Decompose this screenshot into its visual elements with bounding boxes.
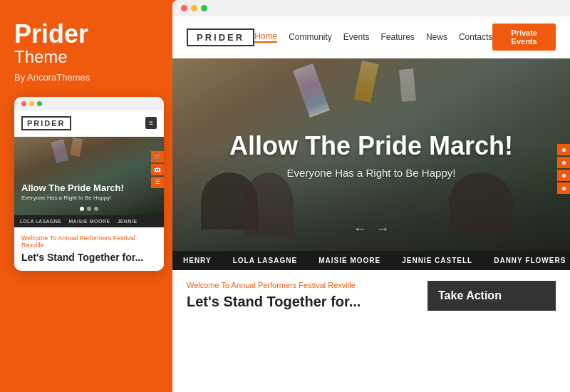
- sidebar-tab-2[interactable]: [557, 157, 570, 168]
- mobile-calendar-icon[interactable]: 📅: [151, 164, 164, 175]
- mobile-hero-overlay: [14, 137, 164, 215]
- slide-dot-2: [87, 207, 91, 211]
- bottom-right-content: Take Action: [428, 281, 556, 311]
- mobile-logo: PRIDER: [21, 116, 71, 130]
- desktop-hero-title: Allow The Pride March!: [212, 131, 530, 161]
- mobile-mockup: PRIDER ≡ Allow The Pride March! Everyone…: [14, 97, 164, 271]
- nav-link-events[interactable]: Events: [343, 32, 370, 42]
- desktop-top-bar: [172, 0, 570, 16]
- hero-prev-arrow[interactable]: ←: [353, 222, 366, 237]
- mobile-hero-text: Allow The Pride March! Everyone Has a Ri…: [21, 182, 157, 201]
- performer-2: MAISIE MOORE: [318, 257, 380, 264]
- mobile-hero: Allow The Pride March! Everyone Has a Ri…: [14, 137, 164, 215]
- mobile-hamburger-icon[interactable]: ≡: [145, 117, 157, 129]
- mobile-list-icon[interactable]: ☰: [151, 177, 164, 188]
- nav-link-contacts[interactable]: Contacts: [459, 32, 492, 42]
- mobile-performers-bar: LOLA LASAGNE MAISIE MOORE JENNIE: [14, 215, 164, 227]
- brand-by: By AncoraThemes: [14, 72, 162, 83]
- desktop-sidebar-tabs: [557, 144, 570, 194]
- mobile-article-title: Let's Stand Together for...: [21, 252, 157, 264]
- mobile-hero-sub: Everyone Has a Right to Be Happy!: [21, 195, 157, 201]
- performers-ticker: HENRY LOLA LASAGNE MAISIE MOORE JENNIE C…: [172, 251, 570, 270]
- slide-dot-1: [80, 207, 84, 211]
- brand-subtitle: Theme: [14, 47, 162, 68]
- mobile-dot-green: [37, 101, 42, 106]
- desktop-mockup: PRIDER Home Community Events Features Ne…: [172, 0, 570, 392]
- desktop-nav: PRIDER Home Community Events Features Ne…: [172, 16, 570, 58]
- bottom-article-title: Let's Stand Together for...: [187, 294, 413, 310]
- desktop-dot-green: [201, 5, 207, 11]
- desktop-nav-links: Home Community Events Features News Cont…: [254, 31, 492, 43]
- desktop-hero-arrows: ← →: [353, 222, 389, 237]
- sidebar-tab-1[interactable]: [557, 144, 570, 155]
- mobile-nav: PRIDER ≡: [14, 110, 164, 137]
- mobile-dot-yellow: [29, 101, 34, 106]
- bottom-left-content: Welcome To Annual Performers Festival Re…: [187, 281, 413, 311]
- mobile-icon-bar: 🛒 📅 ☰: [151, 151, 164, 188]
- desktop-dot-yellow: [191, 5, 197, 11]
- sidebar-tab-4[interactable]: [557, 182, 570, 194]
- performer-3: JENNIE CASTELL: [402, 257, 472, 264]
- nav-link-home[interactable]: Home: [254, 31, 277, 43]
- bottom-welcome-text: Welcome To Annual Performers Festival Re…: [187, 281, 413, 289]
- desktop-hero-subtitle: Everyone Has a Right to Be Happy!: [212, 167, 530, 179]
- performer-0: HENRY: [183, 257, 212, 264]
- mobile-hero-title: Allow The Pride March!: [21, 182, 157, 193]
- nav-link-community[interactable]: Community: [289, 32, 332, 42]
- mobile-cart-icon[interactable]: 🛒: [151, 151, 164, 163]
- mobile-performer-1: LOLA LASAGNE: [20, 219, 62, 224]
- nav-link-news[interactable]: News: [426, 32, 447, 42]
- slide-dot-3: [94, 207, 98, 211]
- mobile-performer-3: JENNIE: [118, 219, 138, 224]
- brand-name: Prider: [14, 21, 162, 47]
- sidebar-tab-3[interactable]: [557, 170, 570, 181]
- performer-1: LOLA LASAGNE: [233, 257, 298, 264]
- desktop-bottom: Welcome To Annual Performers Festival Re…: [172, 270, 570, 321]
- mobile-slide-indicators: [80, 207, 98, 211]
- mobile-welcome-text: Welcome To Annual Performers Festival Re…: [21, 234, 157, 249]
- desktop-dot-red: [181, 5, 187, 11]
- desktop-hero: Allow The Pride March! Everyone Has a Ri…: [172, 58, 570, 251]
- hero-next-arrow[interactable]: →: [376, 222, 389, 237]
- mobile-top-bar: [14, 97, 164, 110]
- take-action-label: Take Action: [428, 281, 556, 311]
- performer-4: DANNY FLOWERS: [494, 257, 566, 264]
- nav-link-features[interactable]: Features: [381, 32, 415, 42]
- desktop-hero-content: Allow The Pride March! Everyone Has a Ri…: [212, 131, 530, 179]
- mobile-dot-red: [21, 101, 26, 106]
- mobile-performer-2: MAISIE MOORE: [69, 219, 110, 224]
- desktop-logo: PRIDER: [187, 29, 254, 46]
- left-panel: Prider Theme By AncoraThemes PRIDER ≡ Al…: [0, 0, 177, 392]
- private-events-button[interactable]: Private Events: [492, 24, 556, 51]
- mobile-content: Welcome To Annual Performers Festival Re…: [14, 227, 164, 271]
